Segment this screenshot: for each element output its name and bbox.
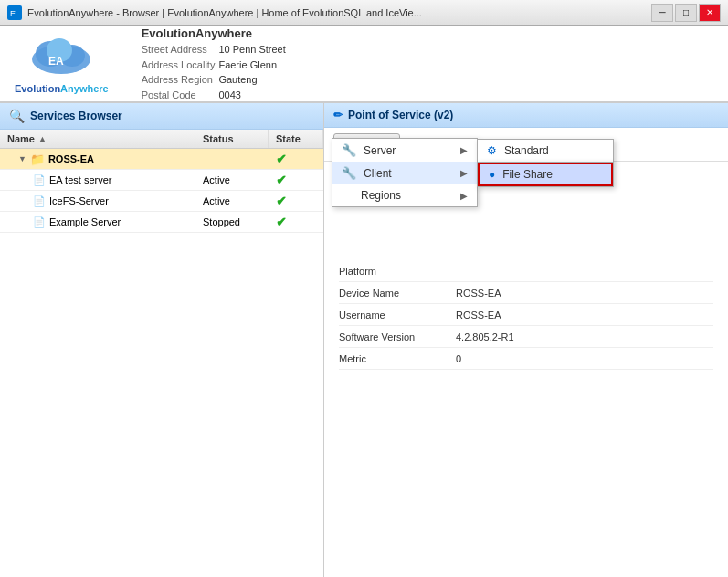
services-browser-header: 🔍 Services Browser — [0, 103, 323, 130]
check-icon: ✔ — [276, 152, 287, 166]
regions-menu-label: Regions — [361, 189, 401, 202]
street-label: Street Address — [142, 42, 219, 58]
row-status-cell: Active — [195, 193, 269, 209]
folder-icon: 📁 — [30, 152, 45, 166]
services-browser-title: Services Browser — [30, 110, 122, 122]
document-icon: 📄 — [33, 174, 46, 186]
software-version-value: 4.2.805.2-R1 — [448, 328, 713, 346]
form-row-device-name: Device Name ROSS-EA — [339, 282, 713, 304]
sort-arrow-icon: ▲ — [38, 134, 47, 143]
dropdown-menu: 🔧 Server ▶ ⚙ Standard 🔧 Client ▶ — [332, 138, 478, 207]
row-state-cell: ✔ — [269, 212, 323, 232]
services-browser-panel: 🔍 Services Browser Name ▲ Status State — [0, 103, 324, 577]
locality-value: Faerie Glenn — [218, 58, 285, 73]
submenu-item-standard[interactable]: ⚙ Standard — [478, 140, 613, 162]
server-submenu: ⚙ Standard — [477, 139, 614, 163]
tree-header: Name ▲ Status State — [0, 130, 323, 149]
table-row[interactable]: 📄 Example Server Stopped ✔ — [0, 212, 323, 233]
metric-label: Metric — [339, 350, 448, 368]
software-version-label: Software Version — [339, 328, 448, 346]
menu-item-server[interactable]: 🔧 Server ▶ ⚙ Standard — [332, 139, 477, 162]
title-bar: E EvolutionAnywhere - Browser | Evolutio… — [0, 0, 728, 26]
metric-value: 0 — [448, 350, 713, 368]
check-icon: ✔ — [276, 173, 287, 187]
expand-arrow-icon: ▼ — [18, 154, 26, 163]
document-icon: 📄 — [33, 216, 46, 228]
submenu-arrow-client-icon: ▶ — [460, 168, 468, 178]
platform-value — [448, 268, 713, 275]
app-header: EA EvolutionAnywhere EvolutionAnywhere S… — [0, 26, 728, 103]
postal-label: Postal Code — [142, 88, 219, 103]
standard-icon: ⚙ — [487, 144, 497, 157]
locality-label: Address Locality — [142, 58, 219, 73]
window-title: EvolutionAnywhere - Browser | EvolutionA… — [27, 7, 646, 18]
svg-text:EA: EA — [48, 55, 64, 68]
row-name-cell: 📄 IceFS-Server — [0, 193, 195, 210]
logo-area: EA EvolutionAnywhere — [15, 34, 109, 94]
standard-label: Standard — [504, 144, 549, 157]
main-area: 🔍 Services Browser Name ▲ Status State — [0, 103, 728, 577]
svg-text:E: E — [10, 9, 16, 18]
logo-text: EvolutionAnywhere — [15, 83, 109, 94]
row-status-cell: Active — [195, 172, 269, 188]
document-icon: 📄 — [33, 195, 46, 207]
col-status-header: Status — [195, 130, 269, 148]
company-address: Street Address 10 Penn Street Address Lo… — [142, 42, 286, 102]
point-of-service-panel: ✏ Point of Service (v2) ✚ New ▼ 🔧 Server… — [324, 103, 728, 577]
submenu-arrow-icon: ▶ — [460, 145, 468, 155]
menu-item-client[interactable]: 🔧 Client ▶ ● File Share — [332, 162, 477, 184]
server-menu-label: Server — [364, 144, 396, 157]
file-share-icon: ● — [489, 168, 495, 181]
form-row-username: Username ROSS-EA — [339, 304, 713, 326]
platform-label: Platform — [339, 262, 448, 280]
row-state-cell: ✔ — [269, 191, 323, 211]
table-row[interactable]: 📄 EA test server Active ✔ — [0, 170, 323, 191]
client-menu-label: Client — [364, 167, 392, 180]
client-submenu: ● File Share — [477, 162, 614, 187]
submenu-item-file-share[interactable]: ● File Share — [478, 163, 613, 186]
maximize-button[interactable]: □ — [675, 4, 697, 22]
row-name-cell: ▼ 📁 ROSS-EA — [0, 150, 195, 169]
table-row[interactable]: ▼ 📁 ROSS-EA ✔ — [0, 149, 323, 170]
row-state-cell: ✔ — [269, 149, 323, 169]
device-name-value: ROSS-EA — [448, 284, 713, 302]
col-state-header: State — [269, 130, 323, 148]
check-icon: ✔ — [276, 215, 287, 229]
region-label: Address Region — [142, 72, 219, 88]
row-name-cell: 📄 Example Server — [0, 214, 195, 231]
detail-form: Platform Device Name ROSS-EA Username RO… — [324, 253, 728, 577]
street-value: 10 Penn Street — [218, 42, 285, 58]
app-icon: E — [7, 5, 22, 20]
company-name: EvolutionAnywhere — [142, 25, 286, 43]
magnifier-icon: 🔍 — [9, 109, 25, 123]
form-row-metric: Metric 0 — [339, 348, 713, 370]
region-value: Gauteng — [218, 72, 285, 88]
form-row-software-version: Software Version 4.2.805.2-R1 — [339, 326, 713, 348]
window-controls: ─ □ ✕ — [651, 4, 721, 22]
row-state-cell: ✔ — [269, 170, 323, 190]
close-button[interactable]: ✕ — [699, 4, 721, 22]
table-row[interactable]: 📄 IceFS-Server Active ✔ — [0, 191, 323, 212]
username-value: ROSS-EA — [448, 306, 713, 324]
submenu-arrow-regions-icon: ▶ — [460, 191, 468, 201]
server-menu-icon: 🔧 — [342, 143, 356, 157]
check-icon: ✔ — [276, 194, 287, 208]
right-panel-header: ✏ Point of Service (v2) — [324, 103, 728, 128]
row-name-cell: 📄 EA test server — [0, 172, 195, 189]
minimize-button[interactable]: ─ — [651, 4, 673, 22]
row-status-cell — [195, 156, 269, 162]
pencil-icon: ✏ — [333, 109, 343, 121]
company-info: EvolutionAnywhere Street Address 10 Penn… — [142, 25, 286, 103]
client-menu-icon: 🔧 — [342, 166, 356, 180]
logo-cloud-icon: EA — [25, 34, 98, 81]
row-status-cell: Stopped — [195, 214, 269, 230]
right-panel-title: Point of Service (v2) — [348, 109, 453, 121]
postal-value: 0043 — [218, 88, 285, 103]
menu-item-regions[interactable]: Regions ▶ — [332, 184, 477, 206]
file-share-label: File Share — [502, 168, 553, 181]
col-name-header: Name ▲ — [0, 130, 195, 148]
device-name-label: Device Name — [339, 284, 448, 302]
form-row-platform: Platform — [339, 260, 713, 282]
username-label: Username — [339, 306, 448, 324]
tree-table: Name ▲ Status State ▼ 📁 ROSS-EA — [0, 130, 323, 577]
